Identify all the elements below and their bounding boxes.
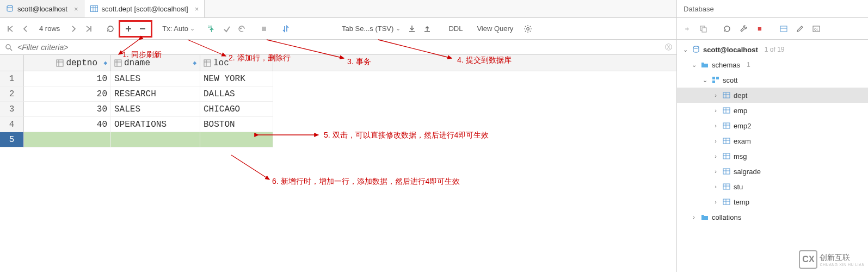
svg-point-0	[7, 5, 13, 8]
svg-point-7	[527, 27, 530, 30]
cell-loc[interactable]: NEW YORK	[200, 71, 273, 86]
tx-mode-dropdown[interactable]: Tx: Auto⌄	[160, 24, 197, 33]
svg-rect-27	[780, 26, 787, 32]
view-query-button[interactable]: View Query	[470, 22, 520, 36]
tab-connection[interactable]: scott@localhost ×	[0, 0, 84, 17]
cell-dname[interactable]: SALES	[111, 102, 200, 117]
sort-indicator-icon: ◆	[193, 59, 196, 66]
tree-table-stu[interactable]: ›stu	[677, 179, 868, 194]
tree-table-salgrade[interactable]: ›salgrade	[677, 164, 868, 179]
table-view-button[interactable]	[777, 22, 790, 35]
filter-bar: ⓧ	[0, 40, 676, 55]
svg-line-24	[231, 155, 269, 180]
database-tree: ⌄ scott@localhost 1 of 19 ⌄ schemas 1 ⌄ …	[677, 40, 868, 227]
table-row[interactable]: 110SALESNEW YORK	[0, 71, 676, 86]
tree-table-msg[interactable]: ›msg	[677, 149, 868, 164]
export-upload-button[interactable]	[420, 22, 434, 36]
tree-table-temp[interactable]: ›temp	[677, 194, 868, 209]
filter-input[interactable]	[17, 43, 661, 52]
svg-rect-1	[90, 6, 97, 12]
clear-filter-icon[interactable]: ⓧ	[665, 42, 672, 52]
wrench-button[interactable]	[737, 22, 750, 35]
database-toolbar: ＋ ■ QL	[677, 18, 868, 40]
ddl-button[interactable]: DDL	[442, 22, 469, 36]
table-icon	[722, 167, 731, 176]
table-row[interactable]: 330SALESCHICAGO	[0, 102, 676, 117]
rollback-button[interactable]	[235, 22, 249, 36]
export-format-dropdown[interactable]: Tab Se...s (TSV)⌄	[338, 24, 404, 33]
cell-loc[interactable]	[200, 132, 273, 147]
stop-button[interactable]	[257, 22, 271, 36]
close-icon[interactable]: ×	[74, 5, 78, 13]
cell-dname[interactable]: OPERATIONS	[111, 117, 200, 132]
annotation-6: 6. 新增行时，增加一行，添加数据，然后进行4即可生效	[272, 177, 460, 187]
sync-button[interactable]	[721, 22, 734, 35]
cell-loc[interactable]: DALLAS	[200, 86, 273, 102]
tree-connection[interactable]: ⌄ scott@localhost 1 of 19	[677, 42, 868, 57]
chevron-right-icon: ›	[712, 122, 719, 129]
table-row[interactable]: 440OPERATIONSBOSTON	[0, 117, 676, 132]
remove-row-button[interactable]	[136, 22, 150, 36]
cell-deptno[interactable]: 30	[24, 102, 111, 117]
tree-collations[interactable]: › collations	[677, 209, 868, 225]
cell-dname[interactable]	[111, 132, 200, 147]
tab-table-editor[interactable]: scott.dept [scott@localhost] ×	[84, 0, 205, 17]
cell-dname[interactable]: SALES	[111, 71, 200, 86]
svg-rect-44	[723, 138, 730, 144]
commit-button[interactable]: DB	[205, 22, 219, 36]
svg-point-31	[693, 46, 699, 48]
cell-deptno[interactable]: 20	[24, 86, 111, 102]
column-header-dname[interactable]: dname◆	[111, 55, 200, 71]
settings-button[interactable]	[521, 22, 535, 36]
svg-text:QL: QL	[814, 28, 819, 31]
close-icon[interactable]: ×	[195, 5, 199, 13]
column-header-deptno[interactable]: deptno◆	[24, 55, 111, 71]
duplicate-button[interactable]	[697, 22, 710, 35]
svg-rect-34	[712, 81, 715, 83]
first-page-button[interactable]	[3, 22, 17, 36]
export-download-button[interactable]	[405, 22, 419, 36]
editor-tabs: scott@localhost × scott.dept [scott@loca…	[0, 0, 676, 18]
sql-console-button[interactable]: QL	[810, 22, 823, 35]
submit-button[interactable]	[220, 22, 234, 36]
table-icon	[722, 91, 731, 100]
svg-rect-10	[57, 60, 63, 66]
compare-button[interactable]	[279, 22, 293, 36]
tree-schema-scott[interactable]: ⌄ scott	[677, 72, 868, 88]
data-toolbar: 4 rows Tx: Auto⌄ DB Tab Se...s (TSV)⌄	[0, 18, 676, 40]
tab-label: scott@localhost	[17, 5, 67, 13]
chevron-down-icon: ⌄	[190, 25, 195, 32]
schema-icon	[711, 76, 721, 84]
edit-button[interactable]	[793, 22, 807, 35]
chevron-right-icon: ›	[712, 138, 719, 144]
column-header-loc[interactable]: loc	[200, 55, 273, 71]
tree-table-emp2[interactable]: ›emp2	[677, 118, 868, 133]
cell-dname[interactable]: RESEARCH	[111, 86, 200, 102]
add-row-button[interactable]	[121, 22, 136, 36]
svg-rect-33	[716, 77, 719, 79]
svg-rect-47	[723, 153, 730, 159]
svg-rect-32	[712, 77, 715, 79]
next-page-button[interactable]	[66, 22, 81, 36]
svg-rect-41	[723, 123, 730, 128]
tree-schemas[interactable]: ⌄ schemas 1	[677, 57, 868, 72]
table-icon	[722, 182, 731, 191]
chevron-right-icon: ›	[712, 92, 719, 98]
table-row[interactable]: 5	[0, 132, 676, 147]
tree-table-dept[interactable]: ›dept	[677, 88, 868, 103]
prev-page-button[interactable]	[19, 22, 33, 36]
stop-button[interactable]: ■	[753, 22, 766, 35]
row-number: 4	[0, 117, 24, 132]
new-button[interactable]: ＋	[680, 22, 693, 35]
cell-deptno[interactable]	[24, 132, 111, 147]
last-page-button[interactable]	[82, 22, 96, 36]
chevron-right-icon: ›	[712, 153, 719, 159]
cell-loc[interactable]: CHICAGO	[200, 102, 273, 117]
cell-deptno[interactable]: 10	[24, 71, 111, 86]
cell-loc[interactable]: BOSTON	[200, 117, 273, 132]
table-row[interactable]: 220RESEARCHDALLAS	[0, 86, 676, 102]
refresh-button[interactable]	[103, 22, 118, 36]
tree-table-emp[interactable]: ›emp	[677, 103, 868, 118]
cell-deptno[interactable]: 40	[24, 117, 111, 132]
tree-table-exam[interactable]: ›exam	[677, 133, 868, 149]
